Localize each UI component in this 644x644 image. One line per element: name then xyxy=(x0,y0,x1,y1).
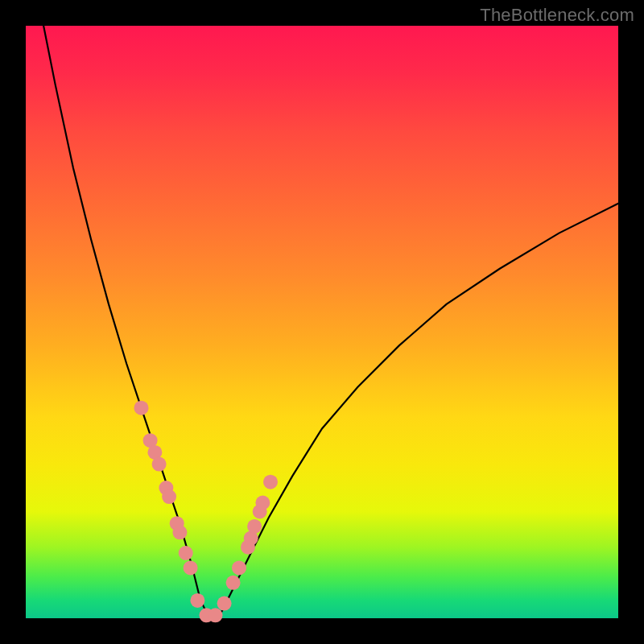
highlight-dot xyxy=(208,608,223,622)
highlight-dot xyxy=(172,525,187,539)
highlight-dot xyxy=(247,519,262,534)
highlight-dot xyxy=(179,546,193,560)
watermark-text: TheBottleneck.com xyxy=(480,5,634,26)
highlight-dot xyxy=(190,593,204,608)
highlight-dot xyxy=(184,560,198,575)
chart-frame: TheBottleneck.com xyxy=(0,0,644,644)
plot-area xyxy=(26,26,618,618)
bottleneck-curve xyxy=(43,26,618,618)
highlight-dot xyxy=(134,401,149,415)
highlight-dot xyxy=(162,489,176,504)
highlight-dot xyxy=(232,560,246,575)
curve-layer xyxy=(26,26,618,618)
highlight-dot xyxy=(255,496,270,510)
highlight-dots-group xyxy=(134,401,279,623)
highlight-dot xyxy=(217,597,232,611)
highlight-dot xyxy=(152,457,167,472)
highlight-dot xyxy=(226,576,241,590)
highlight-dot xyxy=(263,475,278,489)
